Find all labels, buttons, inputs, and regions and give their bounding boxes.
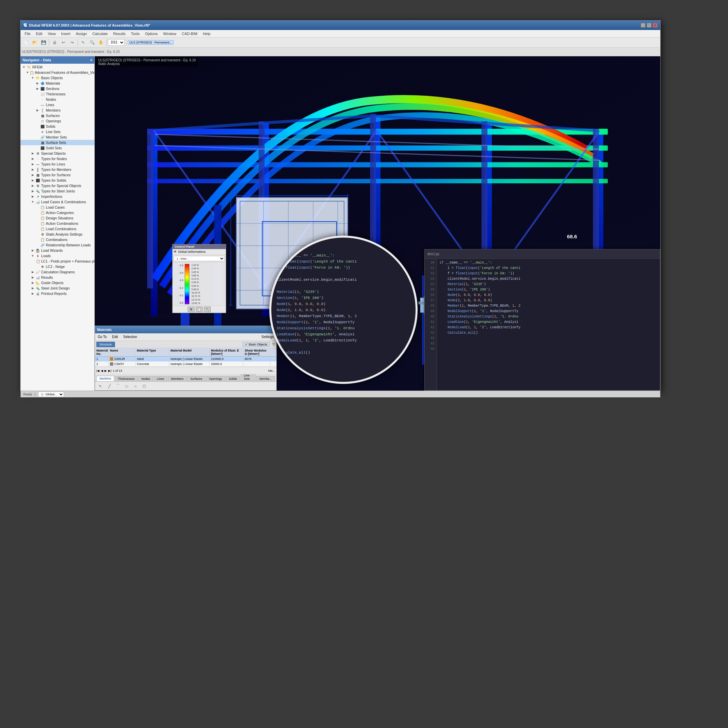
menu-calculate[interactable]: Calculate bbox=[90, 31, 110, 37]
nav-surface-sets[interactable]: ▦ Surface Sets bbox=[21, 140, 94, 145]
nav-calc-diagrams[interactable]: ▶ 📈 Calculation Diagrams bbox=[21, 269, 94, 275]
last-row-btn[interactable]: ▶| bbox=[108, 369, 111, 372]
structure-btn[interactable]: Structure bbox=[96, 342, 115, 347]
basic-objects-btn[interactable]: ✓ Basic Objects bbox=[243, 342, 270, 347]
cp-btn-3[interactable]: 🔧 bbox=[204, 307, 211, 312]
nav-design-sit[interactable]: 📋 Design Situations bbox=[21, 216, 94, 221]
nav-tree[interactable]: ▼ 🏗 RFEM ▼ 📋 Advanced Features of Assemb… bbox=[21, 64, 94, 391]
draw-pointer[interactable]: ↖ bbox=[96, 382, 104, 390]
nav-steel-joint[interactable]: ▶ 🔩 Steel Joint Design bbox=[21, 286, 94, 291]
tab-thicknesses[interactable]: Thicknesses bbox=[115, 376, 138, 381]
mat-row-2[interactable]: 2 C30/37 Concrete Isotropic | Linear Ela… bbox=[95, 362, 276, 367]
new-button[interactable]: 📄 bbox=[22, 38, 30, 46]
nav-types-solids[interactable]: ▶ ⬛ Types for Solids bbox=[21, 177, 94, 183]
nav-combinations[interactable]: 📋 Combinations bbox=[21, 237, 94, 242]
draw-poly[interactable]: ⬡ bbox=[140, 382, 148, 390]
mat-row-1[interactable]: 1 S355JR Steel Isotropic | Linear Elasti… bbox=[95, 356, 276, 362]
minimize-button[interactable]: _ bbox=[641, 23, 645, 28]
nav-printout[interactable]: ▶ 🖨 Printout Reports bbox=[21, 291, 94, 296]
draw-circle[interactable]: ○ bbox=[132, 382, 139, 390]
next-row-btn[interactable]: ▶ bbox=[104, 369, 107, 372]
settings-button[interactable]: Settings bbox=[260, 335, 275, 339]
nav-results[interactable]: ▶ 📊 Results bbox=[21, 275, 94, 280]
menu-view[interactable]: View bbox=[45, 31, 59, 37]
select-button[interactable]: ↖ bbox=[79, 38, 87, 46]
nav-member-sets[interactable]: 🔗 Member Sets bbox=[21, 135, 94, 140]
nav-action-comb[interactable]: 📋 Action Combinations bbox=[21, 221, 94, 226]
menu-cad-bim[interactable]: CAD-BIM bbox=[179, 31, 200, 37]
menu-insert[interactable]: Insert bbox=[58, 31, 73, 37]
nav-openings[interactable]: □ Openings bbox=[21, 118, 94, 124]
nav-lines[interactable]: — Lines bbox=[21, 102, 94, 107]
tab-nodes[interactable]: Nodes bbox=[139, 376, 153, 381]
nav-basic-objects[interactable]: ▼ 📁 Basic Objects bbox=[21, 75, 94, 81]
deform-select[interactable]: 1 - Glob... bbox=[174, 256, 225, 261]
mat-filter-btn[interactable]: Ma... bbox=[268, 369, 275, 372]
print-button[interactable]: 🖨 bbox=[50, 38, 59, 46]
edit-button[interactable]: Edit bbox=[111, 335, 119, 339]
nav-solids[interactable]: ⬛ Solids bbox=[21, 124, 94, 129]
menu-file[interactable]: File bbox=[22, 31, 34, 37]
tab-membe[interactable]: Membe... bbox=[256, 376, 275, 381]
menu-window[interactable]: Window bbox=[161, 31, 179, 37]
undo-button[interactable]: ↩ bbox=[59, 38, 67, 46]
menu-edit[interactable]: Edit bbox=[34, 31, 45, 37]
nav-action-cat[interactable]: 📋 Action Categories bbox=[21, 210, 94, 216]
prev-row-btn[interactable]: ◀ bbox=[101, 369, 103, 372]
view-combo[interactable]: 1 - Global... bbox=[38, 392, 64, 397]
nav-special-objects[interactable]: ▶ ⚙ Special Objects bbox=[21, 151, 94, 156]
magnifier-close-button[interactable]: × bbox=[406, 242, 409, 247]
tab-lines[interactable]: Lines bbox=[154, 376, 168, 381]
nav-thicknesses[interactable]: ⬜ Thicknesses bbox=[21, 91, 94, 97]
open-button[interactable]: 📂 bbox=[31, 38, 39, 46]
nav-load-wizards[interactable]: ▶ 🧙 Load Wizards bbox=[21, 248, 94, 253]
menu-results[interactable]: Results bbox=[110, 31, 128, 37]
tab-members[interactable]: Members bbox=[168, 376, 187, 381]
nav-materials[interactable]: ▶ 🔷 Materials bbox=[21, 81, 94, 86]
pan-button[interactable]: ✋ bbox=[97, 38, 105, 46]
nav-load-cases[interactable]: ▼ 📊 Load Cases & Combinations bbox=[21, 199, 94, 205]
goto-button[interactable]: Go To bbox=[96, 335, 108, 339]
draw-line[interactable]: ╱ bbox=[105, 382, 113, 390]
menu-tools[interactable]: Tools bbox=[128, 31, 142, 37]
nav-project[interactable]: ▼ 📋 Advanced Features of Assemblies_View… bbox=[21, 70, 94, 75]
tab-line-sets[interactable]: Line Sets bbox=[241, 374, 255, 381]
nav-sections[interactable]: ▶ ⬛ Sections bbox=[21, 86, 94, 91]
nav-line-sets[interactable]: ≡ Line Sets bbox=[21, 129, 94, 135]
nav-imperfections[interactable]: ▶ ↗ Imperfections bbox=[21, 194, 94, 199]
tab-solids[interactable]: Solids bbox=[226, 376, 240, 381]
nav-types-steel[interactable]: ▶ 🔩 Types for Steel Joints bbox=[21, 188, 94, 194]
nav-lc1[interactable]: 📋 LC1 - Poids propre + Panneaux photo... bbox=[21, 258, 94, 264]
nav-types-nodes[interactable]: ▶ · Types for Nodes bbox=[21, 156, 94, 161]
redo-button[interactable]: ↪ bbox=[68, 38, 76, 46]
nav-members[interactable]: ▶ ║ Members bbox=[21, 107, 94, 113]
first-row-btn[interactable]: |◀ bbox=[96, 369, 99, 372]
menu-help[interactable]: Help bbox=[200, 31, 213, 37]
nav-solid-sets[interactable]: ⬛ Solid Sets bbox=[21, 145, 94, 151]
zoom-button[interactable]: 🔍 bbox=[88, 38, 96, 46]
nav-guide-objects[interactable]: ▶ 📐 Guide Objects bbox=[21, 280, 94, 286]
nav-root[interactable]: ▼ 🏗 RFEM bbox=[21, 64, 94, 70]
nav-surfaces[interactable]: ▦ Surfaces bbox=[21, 113, 94, 118]
draw-rect[interactable]: □ bbox=[123, 382, 131, 390]
save-button[interactable]: 💾 bbox=[40, 38, 47, 46]
tab-sections[interactable]: Sections bbox=[96, 376, 114, 381]
load-combo[interactable]: ULS (STR/GEO) - Permanent... bbox=[128, 40, 174, 45]
mat-minimize[interactable]: _ bbox=[269, 328, 271, 332]
cp-btn-2[interactable]: 📋 bbox=[196, 307, 203, 312]
nav-loads[interactable]: ▼ ⬇ Loads bbox=[21, 253, 94, 258]
draw-arc[interactable]: ⌒ bbox=[114, 382, 122, 390]
menu-options[interactable]: Options bbox=[142, 31, 161, 37]
menu-assign[interactable]: Assign bbox=[73, 31, 90, 37]
maximize-button[interactable]: □ bbox=[647, 23, 652, 28]
nav-types-lines[interactable]: ▶ — Types for Lines bbox=[21, 161, 94, 167]
nav-static-analysis[interactable]: ⚙ Static Analysis Settings bbox=[21, 231, 94, 237]
cp-btn-1[interactable]: ⚙ bbox=[188, 307, 194, 312]
nav-lc-sub[interactable]: 📋 Load Cases bbox=[21, 205, 94, 210]
nav-relationship[interactable]: 🔗 Relationship Between Loads bbox=[21, 242, 94, 248]
tab-surfaces[interactable]: Surfaces bbox=[187, 376, 206, 381]
selection-button[interactable]: Selection bbox=[122, 335, 139, 339]
nav-close-icon[interactable]: × bbox=[90, 58, 92, 62]
nav-lc2[interactable]: ❄ LC2 - Neige bbox=[21, 264, 94, 269]
nav-types-surfaces[interactable]: ▶ ▦ Types for Surfaces bbox=[21, 172, 94, 177]
